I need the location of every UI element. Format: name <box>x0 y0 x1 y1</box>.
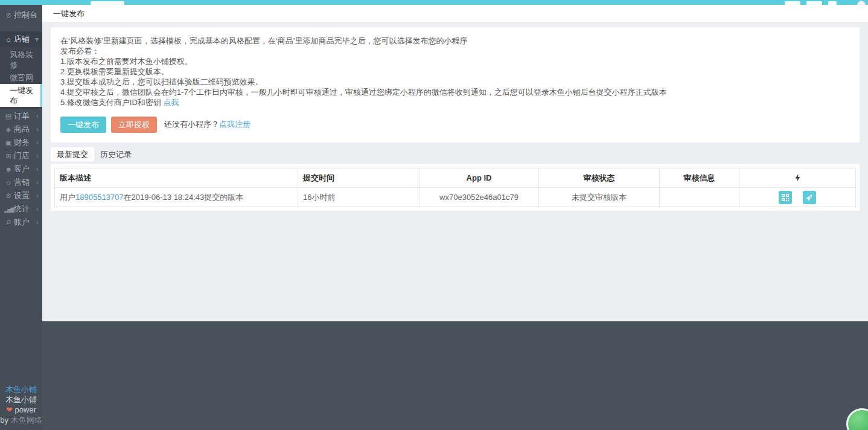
finance-icon: ▣ <box>4 136 13 149</box>
topbar-brand-fragment <box>91 1 124 5</box>
sidebar-item-label: 控制台 <box>14 10 37 19</box>
top-bar <box>0 0 868 5</box>
sidebar-item-label: 账户 <box>14 217 30 226</box>
button-row: 一键发布 立即授权 还没有小程序？ 点我注册 <box>60 116 850 133</box>
wrench-icon: ⚙ <box>4 189 13 202</box>
actions-cell <box>739 188 856 207</box>
sidebar-item-label: 统计 <box>14 204 30 213</box>
topbar-menu-fragment[interactable] <box>806 1 822 5</box>
sidebar-item-products[interactable]: ◈商品‹ <box>0 123 42 136</box>
submission-table: 版本描述 提交时间 App ID 审核状态 审核信息 用户18905513707… <box>54 168 856 207</box>
instruction-item: 2.更换模板需要重新提交版本。 <box>60 66 850 77</box>
sidebar-item-label: 客户 <box>14 164 30 173</box>
brand-link[interactable]: 木鱼小铺 <box>5 385 37 394</box>
no-app-text: 还没有小程序？ <box>164 119 219 130</box>
col-submit-time: 提交时间 <box>298 168 420 188</box>
sidebar-item-marketing[interactable]: ☺营销‹ <box>0 176 42 189</box>
sub-item-label: 风格装修 <box>10 50 40 70</box>
table-row: 用户18905513707在2019-06-13 18:24:43提交的版本 1… <box>55 188 856 207</box>
instruction-item: 4.提交审核之后，微信团队会在约1-7个工作日内审核，一般几小时即可审核通过，审… <box>60 87 850 97</box>
sidebar-item-finance[interactable]: ▣财务‹ <box>0 136 42 149</box>
sitemap-icon: ⊞ <box>4 149 13 162</box>
modify-merchant-link[interactable]: 点我 <box>163 98 179 107</box>
qr-code-icon <box>782 194 789 201</box>
sidebar-item-settings[interactable]: ⚙设置‹ <box>0 189 42 202</box>
authorize-now-button[interactable]: 立即授权 <box>111 117 157 133</box>
rocket-icon <box>805 194 813 202</box>
lightning-icon <box>795 174 800 182</box>
users-icon: ☻ <box>4 162 13 176</box>
power-text: power <box>15 405 36 414</box>
sidebar-item-account[interactable]: ⚲账户‹ <box>0 216 42 229</box>
footer-band <box>42 321 868 430</box>
topbar-menu-fragment[interactable] <box>785 1 800 5</box>
sidebar-item-style-decor[interactable]: 风格装修 <box>0 48 42 71</box>
sidebar-item-customers[interactable]: ☻客户‹ <box>0 162 42 176</box>
sidebar-item-label: 订单 <box>14 111 30 120</box>
sidebar-item-micro-site[interactable]: 微官网 <box>0 71 42 84</box>
table-header-row: 版本描述 提交时间 App ID 审核状态 审核信息 <box>55 168 856 188</box>
one-click-publish-button[interactable]: 一键发布 <box>60 117 106 133</box>
breadcrumb: 一键发布 <box>42 5 868 23</box>
notice-title: 发布必看： <box>60 46 850 56</box>
chevron-left-icon: ‹ <box>36 216 39 229</box>
topbar-star-icon[interactable] <box>828 1 837 5</box>
instruction-item: 5.修改微信支付商户ID和密钥 点我 <box>60 97 850 108</box>
tab-history[interactable]: 历史记录 <box>94 147 138 161</box>
review-info-cell <box>660 188 739 207</box>
col-review-info: 审核信息 <box>660 168 739 188</box>
chevron-left-icon: ‹ <box>36 202 39 216</box>
chevron-left-icon: ‹ <box>36 136 39 149</box>
chevron-left-icon: ‹ <box>36 109 39 123</box>
desc-prefix: 用户 <box>60 193 75 202</box>
col-review-status: 审核状态 <box>539 168 660 188</box>
desc-suffix: 在2019-06-13 18:24:43提交的版本 <box>124 193 244 202</box>
heart-icon: ❤ <box>6 405 13 414</box>
main-content: 一键发布 在‘风格装修’里新建页面，选择模板，完成基本的风格配置，在‘商品’里添… <box>42 5 868 321</box>
chevron-left-icon: ‹ <box>36 149 39 162</box>
sidebar-item-stores[interactable]: ⊞门店‹ <box>0 149 42 162</box>
dashboard-icon: ⊘ <box>4 8 13 22</box>
instruction-item: 3.提交版本成功之后，您可以扫描体验版二维码预览效果。 <box>60 77 850 87</box>
sidebar-item-one-click-publish[interactable]: 一键发布 <box>0 84 42 107</box>
submission-table-card: 版本描述 提交时间 App ID 审核状态 审核信息 用户18905513707… <box>51 164 860 211</box>
company-text: 木鱼网络 <box>11 416 42 425</box>
by-text: by <box>0 416 8 425</box>
sidebar: ⊘控制台 ... ⌂店铺 ▾ 风格装修 微官网 一键发布 ▤订单‹ ◈商品‹ ▣… <box>0 5 42 430</box>
bar-chart-icon: ▂▅▇ <box>4 204 13 217</box>
chevron-left-icon: ‹ <box>36 176 39 189</box>
sidebar-item-statistics[interactable]: ▂▅▇统计‹ <box>0 202 42 216</box>
sidebar-item-shop[interactable]: ⌂店铺 ▾ <box>0 31 42 47</box>
sidebar-item-orders[interactable]: ▤订单‹ <box>0 109 42 123</box>
sidebar-item-label: 门店 <box>14 151 30 160</box>
publish-info-card: 在‘风格装修’里新建页面，选择模板，完成基本的风格配置，在‘商品’里添加商品完毕… <box>51 27 860 143</box>
sidebar-item-label: 设置 <box>14 191 30 200</box>
app-id-cell: wx70e3052e46a01c79 <box>420 188 539 207</box>
instruction-item-text: 5.修改微信支付商户ID和密钥 <box>60 98 161 107</box>
basket-icon: ⌂ <box>4 31 13 47</box>
products-icon: ◈ <box>4 123 13 136</box>
rocket-button[interactable] <box>803 191 816 204</box>
col-app-id: App ID <box>420 168 539 188</box>
page-title: 一键发布 <box>53 9 85 18</box>
review-status-cell: 未提交审核版本 <box>539 188 660 207</box>
brand-text: 木鱼小铺 <box>5 395 37 404</box>
chevron-down-icon: ▾ <box>35 31 39 47</box>
chevron-left-icon: ‹ <box>36 189 39 202</box>
sidebar-item-label: 商品 <box>14 124 30 133</box>
sub-item-label: 微官网 <box>10 72 40 83</box>
orders-icon: ▤ <box>4 109 13 123</box>
user-phone-link[interactable]: 18905513707 <box>75 193 124 202</box>
avatar[interactable] <box>857 1 866 5</box>
intro-text: 在‘风格装修’里新建页面，选择模板，完成基本的风格配置，在‘商品’里添加商品完毕… <box>60 36 850 46</box>
sidebar-item-label: 营销 <box>14 178 30 187</box>
chevron-left-icon: ‹ <box>36 162 39 176</box>
instruction-item: 1.版本发布之前需要对木鱼小铺授权。 <box>60 56 850 66</box>
sidebar-item-console[interactable]: ⊘控制台 <box>0 8 42 22</box>
chevron-left-icon: ‹ <box>36 123 39 136</box>
register-link[interactable]: 点我注册 <box>219 119 251 130</box>
tab-latest-submission[interactable]: 最新提交 <box>51 147 94 161</box>
col-version-desc: 版本描述 <box>55 168 298 188</box>
sidebar-footer: 木鱼小铺 木鱼小铺 ❤ power by 木鱼网络 <box>0 384 42 425</box>
qr-code-button[interactable] <box>779 191 792 204</box>
